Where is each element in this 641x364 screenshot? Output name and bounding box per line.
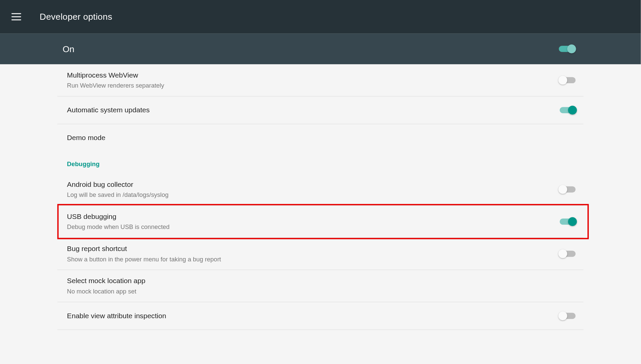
setting-title: Android bug collector [67,180,169,190]
setting-title: USB debugging [67,212,170,222]
setting-title: Multiprocess WebView [67,71,164,80]
setting-title: Enable view attribute inspection [67,311,166,321]
setting-subtitle: Show a button in the power menu for taki… [67,255,221,263]
setting-demo-mode[interactable]: Demo mode [0,124,641,152]
master-toggle-label: On [63,44,74,54]
hamburger-menu-icon[interactable] [11,13,21,20]
setting-subtitle: No mock location app set [67,287,145,295]
setting-subtitle: Log will be saved in /data/logs/syslog [67,190,169,199]
toggle-switch[interactable] [560,187,575,193]
toggle-switch[interactable] [560,107,575,113]
setting-auto-system-updates[interactable]: Automatic system updates [0,97,641,124]
setting-select-mock-location[interactable]: Select mock location app No mock locatio… [0,270,641,302]
setting-subtitle: Debug mode when USB is connected [67,223,170,231]
settings-list: Multiprocess WebView Run WebView rendere… [0,64,641,364]
toggle-switch[interactable] [560,313,575,319]
toggle-switch[interactable] [560,77,575,83]
setting-title: Bug report shortcut [67,244,221,254]
app-header: Developer options [0,0,641,33]
setting-android-bug-collector[interactable]: Android bug collector Log will be saved … [0,173,641,205]
divider [57,330,583,330]
toggle-switch[interactable] [560,251,575,257]
master-toggle-switch[interactable] [559,46,574,52]
setting-enable-view-attribute-inspection[interactable]: Enable view attribute inspection [0,302,641,330]
toggle-switch[interactable] [560,219,575,225]
page-title: Developer options [40,12,112,22]
setting-bug-report-shortcut[interactable]: Bug report shortcut Show a button in the… [0,238,641,270]
master-toggle-row[interactable]: On [0,33,641,64]
section-header-debugging: Debugging [0,151,641,173]
setting-usb-debugging[interactable]: USB debugging Debug mode when USB is con… [0,206,641,238]
setting-multiprocess-webview[interactable]: Multiprocess WebView Run WebView rendere… [0,64,641,96]
setting-title: Demo mode [67,133,105,143]
setting-subtitle: Run WebView renderers separately [67,81,164,90]
setting-title: Automatic system updates [67,105,149,115]
setting-title: Select mock location app [67,276,145,286]
